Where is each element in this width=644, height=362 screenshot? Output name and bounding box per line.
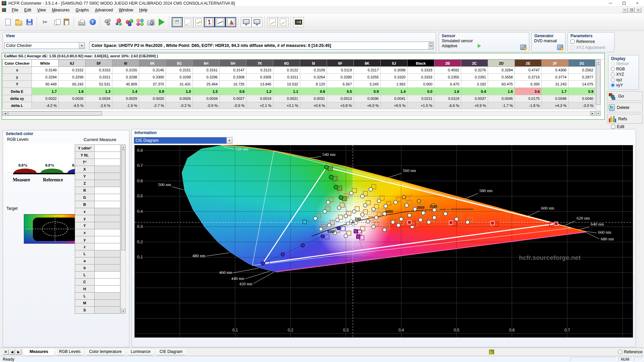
menu-measures[interactable]: Measures — [49, 7, 73, 13]
column-header-2B[interactable]: 2B — [434, 59, 461, 67]
view-rgb-levels-button[interactable] — [204, 17, 215, 27]
view-monitor1-button[interactable] — [241, 17, 252, 27]
column-header-5F[interactable]: 5F — [86, 59, 112, 67]
menu-view[interactable]: View — [34, 7, 49, 13]
sensor-config-button[interactable] — [103, 16, 113, 28]
restore-button[interactable] — [617, 0, 631, 6]
view-cie-button[interactable] — [225, 17, 236, 27]
display-radio-RGB[interactable]: RGB — [608, 66, 639, 72]
cut-button[interactable]: ✂ — [40, 16, 50, 28]
tab-rgb-levels[interactable]: RGB Levels — [54, 349, 85, 355]
column-header-8K[interactable]: 8K — [354, 59, 381, 67]
column-header-2D[interactable]: 2D — [488, 59, 515, 67]
column-header-6G[interactable]: 6G — [273, 59, 300, 67]
tab-luminance[interactable]: Luminance — [125, 349, 156, 355]
save-button[interactable] — [24, 16, 35, 28]
view-chart-page2-button[interactable] — [278, 17, 288, 27]
close-button[interactable]: × — [631, 0, 644, 6]
tab-cie-diagram[interactable]: CIE Diagram — [154, 349, 188, 355]
grayscale-measure-button[interactable] — [135, 16, 146, 28]
column-header-6F[interactable]: 6F — [327, 59, 354, 67]
menu-help[interactable]: Help — [136, 7, 151, 13]
run-measures-button[interactable] — [156, 16, 167, 28]
column-header-5G[interactable]: 5G — [166, 59, 193, 67]
view-chart-page1-button[interactable] — [267, 17, 278, 27]
tab-reference-row[interactable]: Reference — [618, 350, 642, 354]
help-button[interactable]: ? — [87, 16, 98, 28]
menu-graphs[interactable]: Graphs — [73, 7, 92, 13]
column-header-6I[interactable]: 6I — [112, 59, 139, 67]
column-header-6K[interactable]: 6K — [139, 59, 166, 67]
column-header-6H[interactable]: 6H — [193, 59, 220, 67]
table-cell: 0.0034 — [193, 95, 220, 102]
column-header-White[interactable]: White — [32, 59, 59, 67]
view-gamma-button[interactable] — [182, 17, 193, 27]
horizontal-scrollbar[interactable]: ◀ ▶ — [2, 111, 595, 116]
measure-row-value — [95, 166, 120, 173]
display-radio-XYZ[interactable]: XYZ — [608, 72, 639, 77]
vertical-scrollbar[interactable]: ▲ ▼ — [596, 59, 601, 116]
view-luminance-button[interactable] — [215, 17, 225, 27]
table-cell: 0.0 — [408, 88, 434, 95]
open-file-button[interactable] — [13, 16, 24, 28]
chevron-down-icon[interactable]: ▼ — [79, 43, 85, 49]
view-selector[interactable]: Color Checker ▼ — [4, 42, 85, 49]
capture-button[interactable] — [146, 16, 156, 28]
tab-measures[interactable]: Measures — [22, 349, 56, 356]
chevron-down-icon[interactable]: ▼ — [226, 137, 232, 143]
free-measure-button[interactable] — [113, 16, 124, 28]
measure-row-value — [95, 272, 120, 279]
svg-text:D65: D65 — [355, 217, 361, 221]
close-tab-button[interactable]: ✕ — [3, 349, 9, 355]
reference-checkbox-row[interactable]: Reference — [568, 39, 614, 45]
mdi-restore-button[interactable] — [629, 7, 635, 12]
view-nearblack-button[interactable] — [193, 17, 204, 27]
rgb-measure-button[interactable] — [124, 16, 135, 28]
svg-text:2700: 2700 — [430, 205, 437, 208]
minimize-button[interactable] — [604, 0, 617, 6]
print-button[interactable] — [76, 16, 87, 28]
measure-row-label: C — [75, 279, 95, 286]
reference-checkbox[interactable] — [571, 40, 575, 44]
column-header-5H[interactable]: 5H — [220, 59, 247, 67]
column-header-2E[interactable]: 2E — [515, 59, 542, 67]
column-header-Black[interactable]: Black — [408, 59, 434, 67]
go-button[interactable]: Go — [607, 91, 643, 101]
pattern-display-button[interactable] — [293, 17, 304, 27]
information-selector[interactable]: CIE Diagram ▼ — [134, 137, 232, 144]
view-monitor2-button[interactable] — [252, 17, 262, 27]
table-cell: 6.470 — [434, 81, 461, 88]
prev-tab-button[interactable]: ◀ — [9, 349, 15, 355]
new-document-button[interactable] — [3, 16, 13, 28]
paste-button[interactable] — [61, 16, 72, 28]
column-header-5J[interactable]: 5J — [381, 59, 408, 67]
menu-file[interactable]: File — [9, 7, 21, 13]
column-header-5I[interactable]: 5I — [300, 59, 327, 67]
column-header-2C[interactable]: 2C — [461, 59, 488, 67]
view-measures-table-button[interactable] — [172, 17, 182, 27]
menu-window[interactable]: Window — [116, 7, 136, 13]
refs-button[interactable]: Refs — [607, 114, 643, 124]
column-header-2G[interactable]: 2G — [569, 59, 595, 67]
edit-checkbox-row[interactable]: Edit — [611, 124, 624, 129]
sensor-config-icon[interactable] — [520, 45, 526, 50]
menu-advanced[interactable]: Advanced — [92, 7, 116, 13]
column-header-2F[interactable]: 2F — [542, 59, 569, 67]
menu-edit[interactable]: Edit — [21, 7, 34, 13]
tab-reference-checkbox[interactable] — [618, 350, 622, 354]
next-tab-button[interactable]: ▶ — [15, 349, 21, 355]
table-cell: 6.567 — [327, 81, 354, 88]
generator-config-icon[interactable] — [557, 45, 563, 50]
info-spinner[interactable]: ▲▼ — [429, 42, 433, 49]
mdi-close-button[interactable]: × — [635, 7, 641, 12]
copy-button[interactable] — [50, 16, 61, 28]
tab-color-temperature[interactable]: Color temperature — [84, 349, 127, 355]
mdi-minimize-button[interactable] — [622, 7, 628, 12]
display-radio-xyz[interactable]: xyz — [608, 77, 639, 82]
delete-button[interactable]: Delete — [607, 103, 643, 112]
current-measure-scrollbar[interactable]: ▲ ▼ — [121, 144, 126, 314]
column-header-7K[interactable]: 7K — [247, 59, 273, 67]
column-header-6J[interactable]: 6J — [59, 59, 86, 67]
edit-checkbox[interactable] — [611, 125, 615, 129]
display-radio-xyY[interactable]: xyY — [608, 82, 639, 88]
